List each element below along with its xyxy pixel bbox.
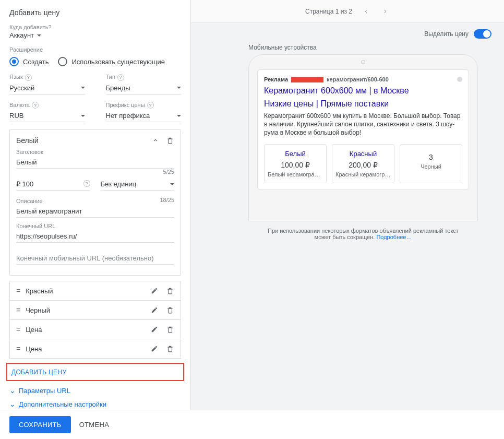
heading-counter: 5/25 [163,169,174,175]
help-icon[interactable]: ? [25,74,32,81]
radio-create[interactable]: Создать [9,57,49,66]
help-icon[interactable]: ? [83,180,90,187]
heading-label: Заголовок [16,149,174,155]
add-price-highlight-box: ДОБАВИТЬ ЦЕНУ [6,363,184,381]
delete-icon[interactable] [165,324,175,335]
drag-handle-icon[interactable]: = [16,306,20,314]
collapse-icon[interactable] [150,135,161,146]
edit-icon[interactable] [149,305,160,315]
unit-dropdown[interactable]: Без единиц [101,178,175,191]
price-item-label: Цена [26,326,144,334]
preview-price-desc: Черный [403,163,459,170]
more-settings-label: Дополнительные настройки [19,400,106,408]
pager-text: Страница 1 из 2 [305,8,352,15]
help-icon[interactable]: ? [117,74,124,81]
help-icon[interactable]: ? [32,102,39,109]
panel-title: Добавить цену [9,8,181,17]
currency-value: RUB [9,112,23,120]
price-item-label: Черный [26,306,144,314]
caret-down-icon [81,115,85,117]
more-settings-toggle[interactable]: ⌄ Дополнительные настройки [9,400,181,408]
highlight-toggle[interactable] [474,29,491,39]
price-item-card-expanded: Белый Заголовок 5/25 ? [9,129,181,276]
chevron-down-icon: ⌄ [9,400,16,408]
edit-icon[interactable] [149,343,160,354]
price-item-row: =Красный [9,281,181,301]
delete-icon[interactable] [165,305,175,315]
price-item-row: =Цена [9,320,181,339]
learn-more-link[interactable]: Подробнее… [376,234,412,240]
url-params-toggle[interactable]: ⌄ Параметры URL [9,386,181,395]
unit-value: Без единиц [101,180,137,188]
price-item-label: Цена [26,345,144,353]
final-url-input[interactable] [16,230,174,243]
preview-price-value: 100,00 ₽ [268,161,323,169]
prefix-value: Нет префикса [106,112,150,120]
edit-icon[interactable] [149,324,160,335]
final-url-label: Конечный URL [16,223,174,229]
heading-input[interactable] [16,156,174,169]
preview-price-card: 3Черный [400,144,462,183]
caret-down-icon [170,183,174,185]
radio-create-label: Создать [23,58,49,66]
pager-prev-button[interactable] [362,7,371,16]
drag-handle-icon[interactable]: = [16,345,20,353]
drag-handle-icon[interactable]: = [16,325,20,334]
help-icon[interactable]: ? [147,102,154,109]
pager-next-button[interactable] [380,7,390,16]
price-item-label: Красный [26,287,144,295]
preview-price-card: Красный200,00 ₽Красный керамогра… [332,144,394,183]
preview-note: При использовании некоторых форматов объ… [248,221,478,240]
currency-dropdown[interactable]: RUB [9,110,85,122]
edit-icon[interactable] [149,286,160,296]
preview-price-title: Красный [335,150,391,158]
price-item-row: =Черный [9,301,181,320]
delete-icon[interactable] [165,286,175,296]
phone-camera-icon [361,60,365,64]
add-price-button[interactable]: ДОБАВИТЬ ЦЕНУ [11,369,66,376]
price-item-row: =Цена [9,339,181,359]
type-label: Тип? [106,74,182,81]
language-label: Язык? [9,74,85,81]
prefix-dropdown[interactable]: Нет префикса [106,110,182,122]
ad-badge: Реклама [264,76,288,82]
radio-existing[interactable]: Использовать существующие [58,57,165,66]
ad-url-suffix: керамогранит/600-600 [327,76,389,82]
ad-info-icon [457,77,462,82]
chevron-down-icon: ⌄ [9,386,16,395]
currency-label: Валюта? [9,102,85,109]
radio-unchecked-icon [58,57,67,66]
preview-price-value: 3 [403,153,459,161]
card-title: Белый [16,136,146,145]
extension-label: Расширение [9,46,181,53]
preview-price-value: 200,00 ₽ [335,161,391,169]
radio-checked-icon [9,57,19,66]
type-value: Бренды [106,84,130,92]
caret-down-icon [81,87,85,89]
drag-handle-icon[interactable]: = [16,287,20,295]
delete-icon[interactable] [165,343,175,354]
phone-preview: Реклама керамогранит/600-600 Керамограни… [248,54,478,221]
type-dropdown[interactable]: Бренды [106,82,182,94]
preview-price-title: Белый [268,150,323,158]
preview-price-desc: Белый керамогранит [268,171,323,177]
caret-down-icon [37,34,41,37]
delete-icon[interactable] [165,135,175,146]
desc-input[interactable] [16,205,174,218]
left-panel: Добавить цену Куда добавить? Аккаунт Рас… [0,0,191,439]
ad-preview-card: Реклама керамогранит/600-600 Керамограни… [257,69,469,190]
price-input[interactable] [16,178,90,191]
desc-counter: 18/25 [160,197,174,203]
save-button[interactable]: СОХРАНИТЬ [9,416,71,433]
language-dropdown[interactable]: Русский [9,82,85,94]
redacted-url [291,77,323,82]
radio-existing-label: Использовать существующие [71,58,165,66]
ad-description: Керамогранит 600х600 мм купить в Москве.… [264,112,462,137]
caret-down-icon [177,115,181,117]
mobile-url-input[interactable] [16,252,174,265]
caret-down-icon [177,87,181,89]
highlight-toggle-label: Выделить цену [424,30,469,38]
preview-price-card: Белый100,00 ₽Белый керамогранит [264,144,327,183]
where-dropdown[interactable]: Аккаунт [9,31,181,39]
cancel-button[interactable]: ОТМЕНА [79,421,109,429]
